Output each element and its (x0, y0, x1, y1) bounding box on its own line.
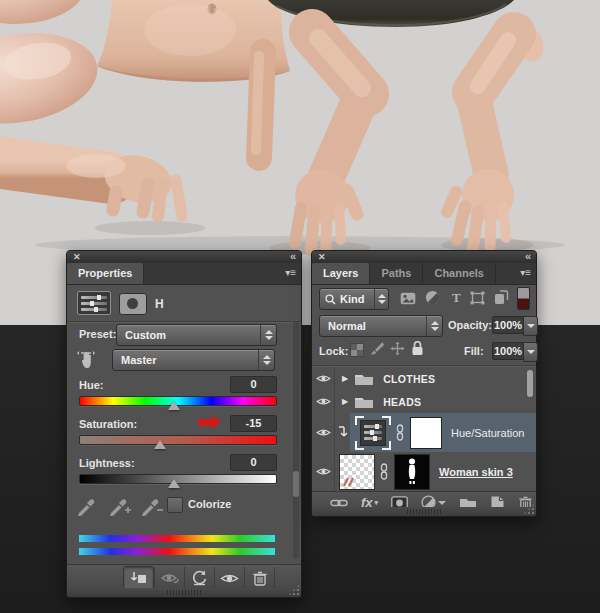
layer-row-clothes[interactable]: ▶ CLOTHES (312, 367, 536, 391)
layer-list-scrollbar-thumb[interactable] (527, 370, 533, 397)
mask-link-icon[interactable] (379, 463, 389, 480)
filter-kind-select[interactable]: Kind (319, 288, 389, 310)
drag-grip[interactable] (407, 509, 441, 514)
eyedropper-icon[interactable] (75, 494, 97, 516)
reset-button[interactable] (184, 567, 214, 589)
layer-row-heads[interactable]: ▶ HEADS (312, 390, 536, 414)
properties-titlebar[interactable]: ✕ « (67, 251, 301, 263)
layer-name[interactable]: HEADS (383, 396, 421, 408)
eyedropper-plus-icon[interactable] (107, 494, 133, 516)
eye-icon[interactable] (316, 466, 331, 477)
lock-paint-brush-icon[interactable] (370, 341, 385, 356)
drag-grip[interactable] (167, 590, 201, 595)
mini-slider (364, 437, 382, 440)
mask-properties-icon[interactable] (119, 293, 147, 315)
colorize-label: Colorize (188, 498, 231, 510)
panel-menu-icon[interactable]: ▾≡ (285, 267, 296, 278)
eye-icon[interactable] (316, 427, 331, 438)
hue-label: Hue: (79, 379, 103, 391)
layer-row-hue-saturation[interactable]: Hue/Saturation (312, 413, 536, 453)
stepper-arrows-icon (260, 325, 276, 345)
layers-tabrow: Layers Paths Channels (312, 263, 536, 285)
layer-mask-thumbnail-white[interactable] (410, 417, 442, 449)
layers-titlebar[interactable]: ✕ « (312, 251, 536, 263)
lightness-value[interactable]: 0 (230, 454, 277, 471)
filter-type-layers-icon[interactable]: T (452, 290, 461, 306)
layer-thumbnail-transparent[interactable] (339, 454, 375, 490)
layer-mask-thumbnail-black[interactable] (394, 454, 430, 490)
opacity-dropdown-button[interactable] (523, 316, 538, 336)
targeted-adjustment-hand-icon[interactable] (77, 348, 103, 370)
hue-sat-adjustment-icon[interactable] (77, 291, 111, 315)
scrollbar-track[interactable] (293, 321, 299, 559)
close-icon[interactable]: ✕ (318, 251, 326, 263)
hue-slider-thumb[interactable] (168, 401, 180, 410)
delete-adjustment-trash-button[interactable] (244, 567, 275, 589)
visibility-cell[interactable] (312, 413, 335, 452)
tab-layers[interactable]: Layers (312, 263, 370, 284)
visibility-cell[interactable] (312, 452, 335, 491)
lightness-slider[interactable] (79, 474, 277, 484)
saturation-value[interactable]: -15 (230, 415, 277, 432)
annotation-arrow (198, 419, 220, 426)
saturation-slider-thumb[interactable] (154, 440, 166, 449)
group-expander-icon[interactable]: ▶ (342, 374, 348, 383)
panel-menu-icon[interactable]: ▾≡ (520, 267, 531, 278)
fill-dropdown-button[interactable] (523, 342, 538, 362)
panel-bottom-edge (312, 507, 536, 516)
hue-slider[interactable] (79, 396, 277, 406)
close-icon[interactable]: ✕ (73, 251, 81, 263)
toggle-visibility-eye-button[interactable] (214, 567, 244, 589)
opacity-value[interactable]: 100% (492, 316, 524, 334)
layer-name[interactable]: Hue/Saturation (451, 427, 524, 439)
collapse-to-icons-icon[interactable]: « (525, 251, 530, 262)
lock-position-move-icon[interactable] (390, 341, 405, 356)
collapse-to-icons-icon[interactable]: « (290, 251, 295, 262)
hue-saturation-thumbnail[interactable] (360, 420, 386, 446)
lightness-slider-thumb[interactable] (168, 479, 180, 488)
filter-smart-objects-icon[interactable] (494, 290, 509, 305)
eye-icon[interactable] (316, 373, 331, 384)
fill-value[interactable]: 100% (492, 342, 524, 360)
tab-properties[interactable]: Properties (67, 263, 144, 284)
center-arm (295, 32, 366, 250)
visibility-cell[interactable] (312, 367, 335, 390)
search-icon (325, 294, 336, 305)
layer-name[interactable]: Woman skin 3 (439, 466, 513, 478)
lock-transparency-icon[interactable] (350, 343, 364, 357)
mask-link-icon[interactable] (395, 424, 405, 441)
adjustment-thumb-frame[interactable] (355, 416, 391, 450)
scrollbar-thumb[interactable] (293, 471, 299, 497)
filter-pixel-layers-icon[interactable] (400, 292, 416, 305)
hue-ramp-bottom (79, 548, 275, 555)
visibility-cell[interactable] (312, 390, 335, 413)
clipping-mask-arrow-icon (338, 426, 350, 440)
view-previous-state-button[interactable] (154, 567, 184, 589)
channel-select[interactable]: Master (112, 349, 275, 371)
tab-channels[interactable]: Channels (423, 263, 496, 284)
eye-icon[interactable] (316, 396, 331, 407)
layer-name[interactable]: CLOTHES (383, 373, 435, 385)
link-layers-icon[interactable] (330, 498, 348, 508)
mini-slider (81, 296, 107, 299)
layer-row-woman-skin-3[interactable]: Woman skin 3 (312, 452, 536, 491)
filter-shape-layers-icon[interactable] (470, 291, 485, 305)
preset-select[interactable]: Custom (116, 324, 277, 346)
hue-value[interactable]: 0 (230, 376, 277, 393)
mini-slider (364, 425, 382, 428)
colorize-checkbox[interactable] (167, 497, 183, 513)
dropdown-arrow-icon (438, 501, 446, 505)
tab-paths[interactable]: Paths (370, 263, 423, 284)
filtering-toggle-switch[interactable] (517, 287, 530, 310)
fill-label: Fill: (464, 345, 484, 357)
filter-adjustment-layers-icon[interactable] (425, 290, 440, 305)
lock-all-padlock-icon[interactable] (411, 340, 424, 356)
blend-mode-select[interactable]: Normal (319, 315, 443, 337)
right-arm (447, 23, 548, 248)
selected-row-body[interactable]: Hue/Saturation (350, 413, 536, 452)
saturation-slider[interactable] (79, 435, 277, 445)
stepper-arrows-icon (258, 350, 274, 370)
eyedropper-minus-icon[interactable] (139, 494, 165, 516)
group-expander-icon[interactable]: ▶ (342, 397, 348, 406)
clip-to-layer-button[interactable] (123, 566, 154, 590)
